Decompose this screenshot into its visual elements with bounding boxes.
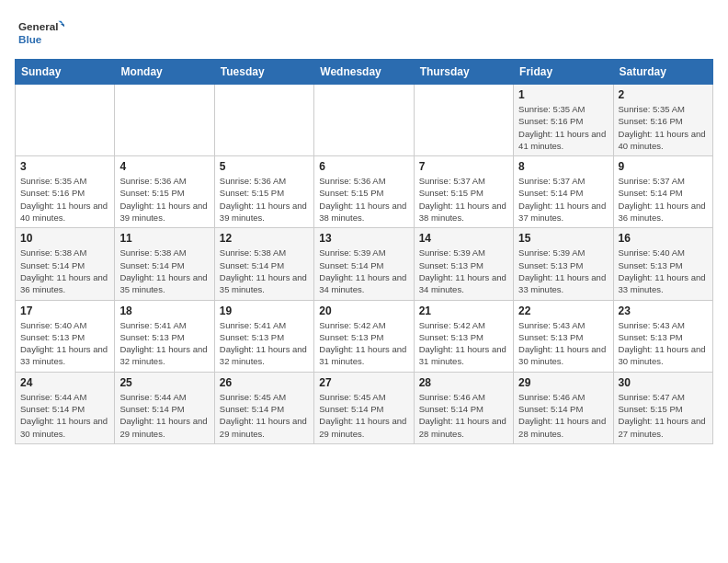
calendar-cell: 23Sunrise: 5:43 AM Sunset: 5:13 PM Dayli… [613,300,712,372]
calendar-cell: 28Sunrise: 5:46 AM Sunset: 5:14 PM Dayli… [414,372,513,443]
calendar-cell [314,85,414,156]
day-number: 19 [220,304,309,317]
day-number: 7 [419,160,508,173]
calendar-cell: 4Sunrise: 5:36 AM Sunset: 5:15 PM Daylig… [115,156,214,228]
day-number: 24 [20,376,109,389]
day-info: Sunrise: 5:44 AM Sunset: 5:14 PM Dayligh… [119,391,209,440]
day-info: Sunrise: 5:45 AM Sunset: 5:14 PM Dayligh… [220,391,309,440]
day-number: 9 [619,160,708,173]
weekday-row: SundayMondayTuesdayWednesdayThursdayFrid… [16,60,713,85]
weekday-header: Wednesday [314,60,414,85]
svg-marker-3 [61,24,64,29]
logo: General Blue [18,15,64,52]
day-number: 27 [319,376,408,389]
calendar-cell: 6Sunrise: 5:36 AM Sunset: 5:15 PM Daylig… [314,156,414,228]
day-number: 5 [220,160,309,173]
weekday-header: Monday [115,60,214,85]
calendar-week-row: 17Sunrise: 5:40 AM Sunset: 5:13 PM Dayli… [16,300,713,372]
calendar-header: SundayMondayTuesdayWednesdayThursdayFrid… [16,60,713,85]
calendar-cell: 12Sunrise: 5:38 AM Sunset: 5:14 PM Dayli… [214,228,313,300]
calendar-cell: 21Sunrise: 5:42 AM Sunset: 5:13 PM Dayli… [414,300,513,372]
day-number: 22 [518,304,608,317]
day-number: 30 [619,376,708,389]
day-info: Sunrise: 5:36 AM Sunset: 5:15 PM Dayligh… [119,175,209,224]
day-number: 18 [119,304,209,317]
day-info: Sunrise: 5:47 AM Sunset: 5:15 PM Dayligh… [619,391,708,440]
calendar-cell: 17Sunrise: 5:40 AM Sunset: 5:13 PM Dayli… [16,300,115,372]
calendar-cell: 30Sunrise: 5:47 AM Sunset: 5:15 PM Dayli… [613,372,712,443]
day-info: Sunrise: 5:39 AM Sunset: 5:13 PM Dayligh… [518,247,608,295]
calendar-table: SundayMondayTuesdayWednesdayThursdayFrid… [15,59,713,444]
day-info: Sunrise: 5:35 AM Sunset: 5:16 PM Dayligh… [518,103,608,152]
day-info: Sunrise: 5:36 AM Sunset: 5:15 PM Dayligh… [319,175,408,224]
calendar-week-row: 24Sunrise: 5:44 AM Sunset: 5:14 PM Dayli… [16,372,713,443]
day-number: 29 [518,376,608,389]
svg-text:General: General [18,21,58,33]
weekday-header: Sunday [16,60,115,85]
day-number: 26 [220,376,309,389]
day-info: Sunrise: 5:40 AM Sunset: 5:13 PM Dayligh… [20,319,109,368]
day-info: Sunrise: 5:37 AM Sunset: 5:15 PM Dayligh… [419,175,508,224]
svg-text:Blue: Blue [18,33,42,45]
calendar-cell: 8Sunrise: 5:37 AM Sunset: 5:14 PM Daylig… [514,156,613,228]
day-info: Sunrise: 5:43 AM Sunset: 5:13 PM Dayligh… [518,319,608,368]
calendar-week-row: 3Sunrise: 5:35 AM Sunset: 5:16 PM Daylig… [16,156,713,228]
day-info: Sunrise: 5:37 AM Sunset: 5:14 PM Dayligh… [518,175,608,224]
calendar-cell: 11Sunrise: 5:38 AM Sunset: 5:14 PM Dayli… [115,228,214,300]
weekday-header: Thursday [414,60,513,85]
day-info: Sunrise: 5:38 AM Sunset: 5:14 PM Dayligh… [20,247,109,295]
day-info: Sunrise: 5:35 AM Sunset: 5:16 PM Dayligh… [20,175,109,224]
day-info: Sunrise: 5:38 AM Sunset: 5:14 PM Dayligh… [119,247,209,295]
day-number: 17 [20,304,109,317]
day-info: Sunrise: 5:46 AM Sunset: 5:14 PM Dayligh… [419,391,508,440]
calendar-cell: 14Sunrise: 5:39 AM Sunset: 5:13 PM Dayli… [414,228,513,300]
calendar-cell: 2Sunrise: 5:35 AM Sunset: 5:16 PM Daylig… [613,85,712,156]
day-number: 13 [319,232,408,245]
day-number: 23 [619,304,708,317]
calendar-cell: 29Sunrise: 5:46 AM Sunset: 5:14 PM Dayli… [514,372,613,443]
day-info: Sunrise: 5:36 AM Sunset: 5:15 PM Dayligh… [220,175,309,224]
day-number: 11 [119,232,209,245]
calendar-body: 1Sunrise: 5:35 AM Sunset: 5:16 PM Daylig… [16,85,713,444]
day-number: 28 [419,376,508,389]
day-info: Sunrise: 5:40 AM Sunset: 5:13 PM Dayligh… [619,247,708,295]
calendar-cell: 16Sunrise: 5:40 AM Sunset: 5:13 PM Dayli… [613,228,712,300]
weekday-header: Friday [514,60,613,85]
day-number: 20 [319,304,408,317]
calendar-cell [115,85,214,156]
day-info: Sunrise: 5:43 AM Sunset: 5:13 PM Dayligh… [619,319,708,368]
calendar-cell: 1Sunrise: 5:35 AM Sunset: 5:16 PM Daylig… [514,85,613,156]
day-info: Sunrise: 5:42 AM Sunset: 5:13 PM Dayligh… [319,319,408,368]
calendar-cell [16,85,115,156]
calendar-cell: 15Sunrise: 5:39 AM Sunset: 5:13 PM Dayli… [514,228,613,300]
day-number: 25 [119,376,209,389]
day-info: Sunrise: 5:41 AM Sunset: 5:13 PM Dayligh… [119,319,209,368]
calendar-cell: 10Sunrise: 5:38 AM Sunset: 5:14 PM Dayli… [16,228,115,300]
day-info: Sunrise: 5:38 AM Sunset: 5:14 PM Dayligh… [220,247,309,295]
weekday-header: Saturday [613,60,712,85]
day-number: 15 [518,232,608,245]
calendar-week-row: 1Sunrise: 5:35 AM Sunset: 5:16 PM Daylig… [16,85,713,156]
day-number: 2 [619,88,708,101]
calendar-cell: 7Sunrise: 5:37 AM Sunset: 5:15 PM Daylig… [414,156,513,228]
calendar-cell: 27Sunrise: 5:45 AM Sunset: 5:14 PM Dayli… [314,372,414,443]
calendar-cell: 13Sunrise: 5:39 AM Sunset: 5:14 PM Dayli… [314,228,414,300]
calendar-cell: 5Sunrise: 5:36 AM Sunset: 5:15 PM Daylig… [214,156,313,228]
calendar-cell: 3Sunrise: 5:35 AM Sunset: 5:16 PM Daylig… [16,156,115,228]
day-number: 14 [419,232,508,245]
calendar-cell: 24Sunrise: 5:44 AM Sunset: 5:14 PM Dayli… [16,372,115,443]
calendar-cell [214,85,313,156]
calendar-cell: 25Sunrise: 5:44 AM Sunset: 5:14 PM Dayli… [115,372,214,443]
day-number: 4 [119,160,209,173]
day-info: Sunrise: 5:39 AM Sunset: 5:13 PM Dayligh… [419,247,508,295]
day-number: 21 [419,304,508,317]
day-info: Sunrise: 5:45 AM Sunset: 5:14 PM Dayligh… [319,391,408,440]
day-info: Sunrise: 5:37 AM Sunset: 5:14 PM Dayligh… [619,175,708,224]
weekday-header: Tuesday [214,60,313,85]
day-info: Sunrise: 5:42 AM Sunset: 5:13 PM Dayligh… [419,319,508,368]
calendar-cell: 19Sunrise: 5:41 AM Sunset: 5:13 PM Dayli… [214,300,313,372]
calendar-cell: 18Sunrise: 5:41 AM Sunset: 5:13 PM Dayli… [115,300,214,372]
day-info: Sunrise: 5:44 AM Sunset: 5:14 PM Dayligh… [20,391,109,440]
day-number: 3 [20,160,109,173]
day-number: 6 [319,160,408,173]
